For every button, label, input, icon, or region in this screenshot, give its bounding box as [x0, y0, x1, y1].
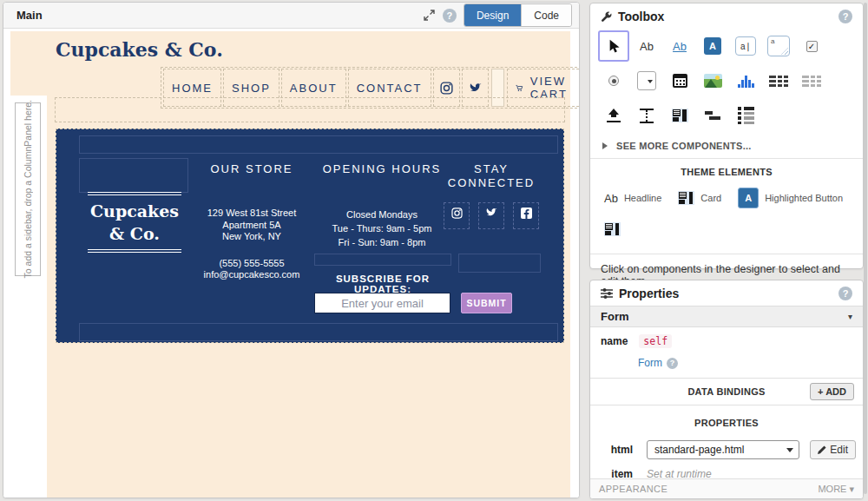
properties-header: Properties — [590, 280, 863, 306]
page-title: Main — [16, 9, 43, 22]
html-template-select[interactable]: standard-page.html — [647, 440, 799, 459]
add-binding-button[interactable]: + ADD — [810, 383, 854, 400]
store-email: info@cupcakesco.com — [191, 269, 312, 281]
image-tool[interactable] — [696, 63, 729, 98]
calendar-icon — [673, 74, 687, 88]
datagrid-tool[interactable] — [762, 63, 795, 98]
theme-card-label: Card — [700, 193, 721, 203]
theme-card[interactable]: Card — [678, 191, 721, 205]
help-icon[interactable] — [667, 358, 678, 369]
hours-line: Fri - Sun: 9am - 8pm — [317, 235, 447, 249]
dropdown-icon — [637, 71, 656, 90]
page-background[interactable]: Cupcakes & Co. HOME SHOP ABOUT CONTACT V… — [10, 31, 570, 498]
toolbox-header: Toolbox — [590, 3, 863, 29]
footer-logo-placeholder[interactable] — [79, 158, 188, 193]
data-bindings-section: DATA BINDINGS + ADD — [590, 378, 863, 405]
hours-line: Closed Mondays — [317, 208, 447, 221]
address-line: New York, NY — [191, 231, 312, 243]
horizontalrule-tool[interactable] — [696, 98, 729, 133]
properties-title: Properties — [619, 287, 832, 300]
component-selector[interactable]: Form ▾ — [590, 306, 863, 327]
footer-logo[interactable]: Cupcakes & Co. — [88, 192, 181, 253]
properties-section-label: PROPERTIES — [694, 418, 759, 428]
headline-icon: Ab — [604, 192, 618, 205]
more-toggle[interactable]: MORE ▾ — [818, 484, 854, 495]
address-line: 129 West 81st Street — [191, 208, 312, 220]
chevron-down-icon: ▾ — [848, 312, 852, 321]
edit-button-label: Edit — [830, 444, 848, 456]
help-icon[interactable] — [838, 287, 852, 300]
properties-panel: Properties Form ▾ name self Form DATA BI… — [589, 280, 864, 499]
help-icon[interactable] — [443, 9, 457, 23]
radiobutton-tool[interactable] — [597, 63, 630, 98]
fileloader-tool[interactable] — [597, 98, 630, 133]
site-title[interactable]: Cupcakes & Co. — [56, 38, 223, 61]
footer-store-column[interactable]: OUR STORE 129 West 81st Street Apartment… — [191, 162, 312, 281]
textarea-icon — [767, 36, 790, 56]
label-tool[interactable]: Ab — [630, 29, 663, 63]
see-more-components-link[interactable]: SEE MORE COMPONENTS... — [590, 133, 863, 159]
datagrid-icon — [769, 76, 788, 87]
twitter-icon[interactable] — [478, 202, 504, 229]
footer-connected-column[interactable]: STAY CONNECTED — [435, 162, 548, 190]
email-input[interactable] — [314, 293, 450, 313]
footer-empty-box-2[interactable] — [458, 254, 541, 273]
toolbox-row-3 — [597, 98, 863, 133]
link-tool[interactable]: Ab — [663, 29, 696, 63]
button-tool[interactable]: A — [696, 29, 729, 63]
footer-bottom-spacer[interactable] — [79, 323, 558, 341]
data-bindings-label: DATA BINDINGS — [687, 386, 765, 397]
toolbox-title: Toolbox — [618, 10, 832, 23]
textarea-tool[interactable] — [762, 29, 795, 63]
appearance-section-bar[interactable]: APPEARANCE MORE ▾ — [590, 478, 863, 498]
store-heading: OUR STORE — [191, 162, 312, 176]
spacer-tool[interactable] — [630, 98, 663, 133]
footer-card[interactable]: Cupcakes & Co. OUR STORE 129 West 81st S… — [56, 129, 564, 343]
store-address: 129 West 81st Street Apartment 5A New Yo… — [191, 208, 312, 243]
textbox-tool[interactable] — [729, 29, 762, 63]
designer-header: Main Design Code — [3, 3, 579, 29]
theme-headline[interactable]: Ab Headline — [604, 192, 661, 205]
dropdown-tool[interactable] — [630, 63, 663, 98]
tab-design[interactable]: Design — [464, 4, 521, 26]
theme-highlighted-button[interactable]: A Highlighted Button — [738, 188, 843, 208]
name-value[interactable]: self — [639, 334, 672, 348]
footer-empty-box-1[interactable] — [314, 254, 451, 266]
submit-button[interactable]: SUBMIT — [461, 293, 512, 313]
footer-top-spacer[interactable] — [79, 135, 558, 154]
see-more-label: SEE MORE COMPONENTS... — [616, 141, 752, 151]
empty-container-row[interactable] — [55, 97, 565, 122]
html-template-value: standard-page.html — [654, 444, 744, 456]
facebook-icon[interactable] — [513, 202, 539, 229]
textbox-icon — [735, 36, 756, 56]
checkbox-icon — [806, 41, 818, 52]
sidebar-drop-zone[interactable]: To add a sidebar, drop a ColumnPanel her… — [10, 96, 47, 498]
edit-html-button[interactable]: Edit — [810, 440, 856, 459]
datepicker-tool[interactable] — [663, 63, 696, 98]
wrench-icon — [601, 11, 612, 23]
tab-code[interactable]: Code — [521, 4, 571, 26]
pencil-icon — [818, 445, 826, 454]
sidebar-hint-box: To add a sidebar, drop a ColumnPanel her… — [15, 102, 41, 276]
toolbox-panel: Toolbox Ab Ab A — [589, 3, 864, 269]
card-icon-2[interactable] — [604, 222, 621, 236]
help-icon[interactable] — [838, 10, 852, 23]
social-links-row — [435, 202, 548, 229]
scrollbar[interactable] — [864, 3, 867, 494]
repeatingpanel-tool[interactable] — [729, 98, 762, 133]
hours-line: Tue - Thurs: 9am - 5pm — [317, 221, 447, 235]
columnpanel-tool[interactable] — [663, 98, 696, 133]
footer-hours-column[interactable]: OPENING HOURS Closed Mondays Tue - Thurs… — [317, 162, 447, 249]
select-tool[interactable] — [597, 29, 630, 63]
expand-icon[interactable] — [422, 8, 437, 23]
upload-icon — [607, 109, 621, 122]
store-phone: (555) 555-5555 — [191, 258, 312, 270]
form-type-link[interactable]: Form — [638, 357, 662, 369]
plot-tool[interactable] — [729, 63, 762, 98]
checkbox-tool[interactable] — [795, 29, 828, 63]
hours-heading: OPENING HOURS — [317, 162, 447, 176]
instagram-icon[interactable] — [444, 202, 470, 229]
theme-elements-row-2 — [590, 212, 863, 240]
subscribe-label: SUBSCRIBE FOR UPDATES: — [314, 274, 451, 294]
datarowpanel-tool[interactable] — [795, 63, 828, 98]
